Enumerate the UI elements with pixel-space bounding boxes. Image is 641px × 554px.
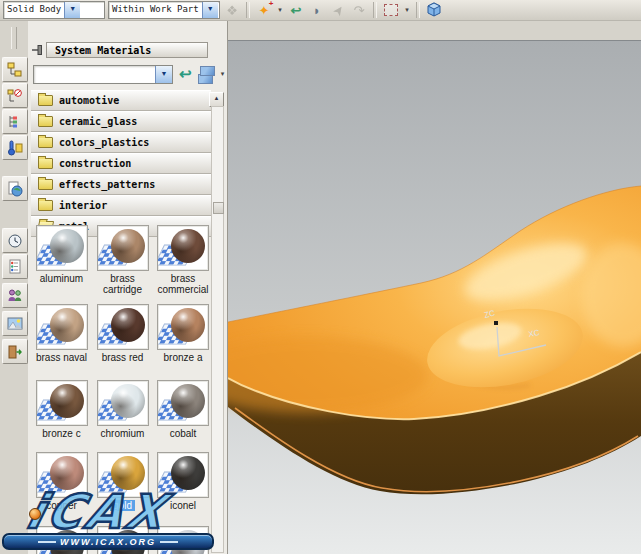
simulation-navigator-tab[interactable] — [2, 135, 28, 160]
constraint-navigator-tab[interactable] — [2, 83, 28, 108]
constraint-tree-icon — [7, 88, 23, 104]
material-item-gold[interactable]: gold — [93, 452, 153, 526]
folder-icon — [38, 200, 53, 211]
material-item-bronze-a[interactable]: bronze a — [153, 304, 213, 380]
rectangle-select-dropdown-arrow-icon[interactable]: ▾ — [403, 6, 411, 14]
folder-label: ceramic_glass — [59, 116, 137, 127]
material-item-iconel[interactable]: iconel — [153, 452, 213, 526]
material-thumbnail[interactable] — [157, 526, 209, 554]
material-thumbnail[interactable] — [36, 225, 88, 271]
assembly-navigator-tab[interactable] — [2, 57, 28, 82]
folder-icon — [38, 179, 53, 190]
material-item-partial[interactable] — [32, 526, 92, 554]
material-label: chromium — [101, 428, 145, 439]
snapshot-button[interactable]: ✦ — [255, 1, 273, 19]
material-label: bronze c — [42, 428, 80, 439]
folder-item-interior[interactable]: interior — [31, 195, 211, 216]
history-tab[interactable] — [2, 228, 28, 253]
system-materials-tab[interactable] — [2, 254, 28, 279]
exit-tab[interactable] — [2, 339, 28, 364]
visualization-gallery-tab[interactable] — [2, 311, 28, 336]
material-item-aluminum[interactable]: aluminum — [32, 225, 92, 304]
material-item-partial[interactable] — [93, 526, 153, 554]
scope-filter-dropdown-arrow-icon[interactable]: ▼ — [202, 2, 218, 18]
3d-scene[interactable]: ZC XC — [228, 40, 641, 554]
material-item-partial[interactable] — [153, 526, 213, 554]
part-tree-icon — [7, 114, 23, 130]
material-thumbnail[interactable] — [97, 225, 149, 271]
type-filter-combobox[interactable]: Solid Body ▼ — [3, 1, 105, 19]
material-item-brass-cartridge[interactable]: brass cartridge — [93, 225, 153, 304]
material-item-brass-red[interactable]: brass red — [93, 304, 153, 380]
resource-bar-grabber[interactable] — [11, 27, 17, 49]
material-thumbnail[interactable] — [36, 380, 88, 426]
material-thumbnail[interactable] — [97, 526, 149, 554]
type-filter-value: Solid Body — [4, 2, 64, 18]
material-item-cobalt[interactable]: cobalt — [153, 380, 213, 452]
material-thumbnail[interactable] — [157, 380, 209, 426]
material-thumbnail[interactable] — [97, 452, 149, 498]
star-icon: ✦ — [259, 3, 270, 18]
view-mode-dropdown-arrow-icon[interactable]: ▾ — [219, 70, 227, 78]
folder-item-automotive[interactable]: automotive — [31, 90, 211, 111]
pointer-tool-button[interactable]: ➤ — [329, 1, 347, 19]
material-thumbnail[interactable] — [36, 304, 88, 350]
search-dropdown-arrow-icon[interactable]: ▼ — [155, 66, 172, 83]
toolbar-separator — [246, 2, 250, 18]
material-thumbnail[interactable] — [157, 452, 209, 498]
material-search-combobox[interactable]: ▼ — [33, 65, 173, 84]
material-thumbnail[interactable] — [97, 380, 149, 426]
folder-item-colors-plastics[interactable]: colors_plastics — [31, 132, 211, 153]
u-turn-arrow-icon: ↩ — [291, 4, 302, 17]
folder-icon — [38, 158, 53, 169]
material-label: cobalt — [170, 428, 197, 439]
folder-label: automotive — [59, 95, 119, 106]
scrollbar-thumb[interactable] — [213, 202, 224, 214]
cube-icon — [426, 2, 442, 18]
type-filter-dropdown-arrow-icon[interactable]: ▼ — [64, 2, 80, 18]
performance-button[interactable]: ◗ — [308, 1, 326, 19]
material-thumbnail[interactable] — [97, 304, 149, 350]
roles-tab[interactable] — [2, 283, 28, 308]
material-label: brass naval — [36, 352, 87, 363]
material-thumbnail[interactable] — [36, 526, 88, 554]
rotate-view-button[interactable]: ↷ — [350, 1, 368, 19]
material-sphere — [171, 456, 205, 490]
folder-label: interior — [59, 200, 107, 211]
web-browser-tab[interactable] — [2, 176, 28, 201]
folder-item-effects-patterns[interactable]: effects_patterns — [31, 174, 211, 195]
back-arrow-icon[interactable]: ↩ — [179, 67, 192, 81]
material-thumbnail[interactable] — [36, 452, 88, 498]
material-sphere — [171, 530, 205, 554]
pin-icon[interactable] — [32, 44, 45, 56]
scroll-up-button[interactable]: ▲ — [209, 92, 224, 107]
thumbnail-view-icon[interactable] — [198, 66, 213, 83]
marquee-icon — [384, 4, 398, 16]
scope-filter-combobox[interactable]: Within Work Part ▼ — [108, 1, 220, 19]
material-item-brass-naval[interactable]: brass naval — [32, 304, 92, 380]
material-sphere — [50, 456, 84, 490]
material-item-chromium[interactable]: chromium — [93, 380, 153, 452]
material-sphere — [171, 229, 205, 263]
material-label: aluminum — [40, 273, 83, 284]
folder-item-construction[interactable]: construction — [31, 153, 211, 174]
material-thumbnail[interactable] — [157, 225, 209, 271]
material-sphere — [111, 456, 145, 490]
folder-item-ceramic-glass[interactable]: ceramic_glass — [31, 111, 211, 132]
graphics-viewport[interactable]: ZC XC — [228, 40, 641, 554]
material-item-bronze-c[interactable]: bronze c — [32, 380, 92, 452]
material-thumbnail[interactable] — [157, 304, 209, 350]
general-selection-button[interactable]: ❖ — [223, 1, 241, 19]
material-sphere — [171, 384, 205, 418]
wcs-origin-point[interactable] — [494, 321, 498, 325]
material-item-copper[interactable]: copper — [32, 452, 92, 526]
undo-button[interactable]: ↩ — [287, 1, 305, 19]
material-label: bronze a — [164, 352, 203, 363]
material-search-input[interactable] — [34, 66, 155, 83]
snapshot-dropdown-arrow-icon[interactable]: ▾ — [276, 6, 284, 14]
rectangle-select-button[interactable] — [382, 1, 400, 19]
material-item-brass-commercial[interactable]: brass commercial — [153, 225, 213, 304]
material-sphere — [50, 229, 84, 263]
part-navigator-tab[interactable] — [2, 109, 28, 134]
shaded-display-button[interactable] — [425, 1, 443, 19]
